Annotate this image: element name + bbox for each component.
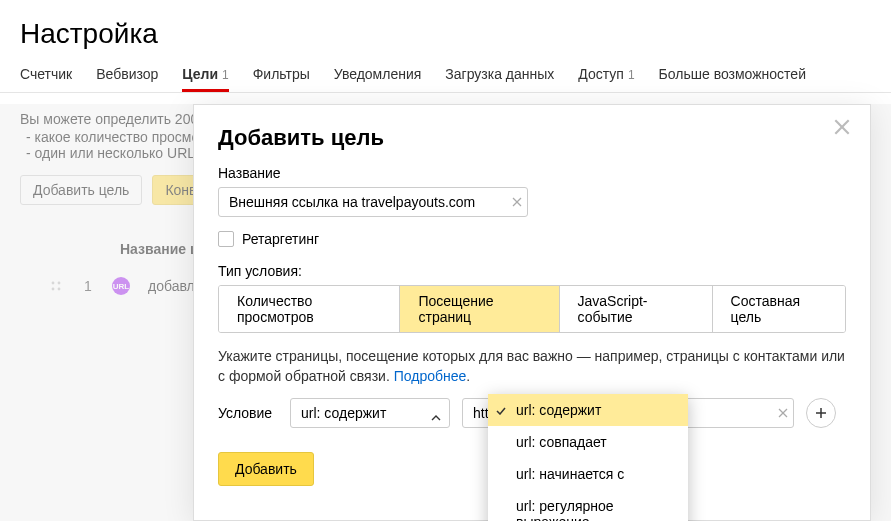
tab-label: Вебвизор <box>96 66 158 82</box>
name-input-wrap <box>218 187 528 217</box>
seg-views[interactable]: Количество просмотров <box>219 286 400 332</box>
hint-body: Укажите страницы, посещение которых для … <box>218 348 845 384</box>
add-condition-button[interactable] <box>806 398 836 428</box>
condition-select-dropdown: url: содержит url: совпадает url: начина… <box>488 394 688 521</box>
tab-badge: 1 <box>628 68 635 82</box>
dropdown-label: url: регулярное выражение <box>516 498 614 521</box>
retargeting-checkbox[interactable] <box>218 231 234 247</box>
tab-label: Загрузка данных <box>445 66 554 82</box>
tab-more[interactable]: Больше возможностей <box>659 66 806 92</box>
tab-label: Уведомления <box>334 66 422 82</box>
clear-icon[interactable] <box>778 405 788 421</box>
seg-pages[interactable]: Посещение страниц <box>400 286 559 332</box>
tab-badge: 1 <box>222 68 229 82</box>
tab-notifications[interactable]: Уведомления <box>334 66 422 92</box>
seg-js-event[interactable]: JavaScript-событие <box>560 286 713 332</box>
page-title: Настройка <box>0 0 891 56</box>
tab-label: Доступ <box>578 66 624 82</box>
modal-title: Добавить цель <box>218 125 846 151</box>
name-input[interactable] <box>218 187 528 217</box>
retargeting-label: Ретаргетинг <box>242 231 319 247</box>
tab-webvisor[interactable]: Вебвизор <box>96 66 158 92</box>
dropdown-label: url: совпадает <box>516 434 607 450</box>
name-label: Название <box>218 165 846 181</box>
tab-label: Фильтры <box>253 66 310 82</box>
tab-label: Счетчик <box>20 66 72 82</box>
clear-icon[interactable] <box>512 194 522 210</box>
condition-select[interactable]: url: содержит <box>290 398 450 428</box>
cond-type-segmented: Количество просмотров Посещение страниц … <box>218 285 846 333</box>
cond-type-label: Тип условия: <box>218 263 846 279</box>
dropdown-option-regex[interactable]: url: регулярное выражение <box>488 490 688 521</box>
dropdown-option-equals[interactable]: url: совпадает <box>488 426 688 458</box>
condition-label: Условие <box>218 405 278 421</box>
submit-button[interactable]: Добавить <box>218 452 314 486</box>
seg-composite[interactable]: Составная цель <box>713 286 845 332</box>
hint-link[interactable]: Подробнее <box>394 368 467 384</box>
tab-filters[interactable]: Фильтры <box>253 66 310 92</box>
tab-counter[interactable]: Счетчик <box>20 66 72 92</box>
tabs-bar: Счетчик Вебвизор Цели1 Фильтры Уведомлен… <box>0 56 891 93</box>
dropdown-option-contains[interactable]: url: содержит <box>488 394 688 426</box>
dropdown-option-startswith[interactable]: url: начинается с <box>488 458 688 490</box>
tab-access[interactable]: Доступ1 <box>578 66 634 92</box>
tab-goals[interactable]: Цели1 <box>182 66 228 92</box>
dropdown-label: url: содержит <box>516 402 601 418</box>
check-icon <box>496 402 506 418</box>
dropdown-label: url: начинается с <box>516 466 624 482</box>
tab-label: Больше возможностей <box>659 66 806 82</box>
retargeting-row[interactable]: Ретаргетинг <box>218 231 846 247</box>
chevron-up-icon <box>431 408 441 418</box>
tab-label: Цели <box>182 66 218 82</box>
hint-text: Укажите страницы, посещение которых для … <box>218 347 846 386</box>
tab-data-upload[interactable]: Загрузка данных <box>445 66 554 92</box>
close-icon[interactable] <box>834 119 852 137</box>
select-value: url: содержит <box>301 405 386 421</box>
